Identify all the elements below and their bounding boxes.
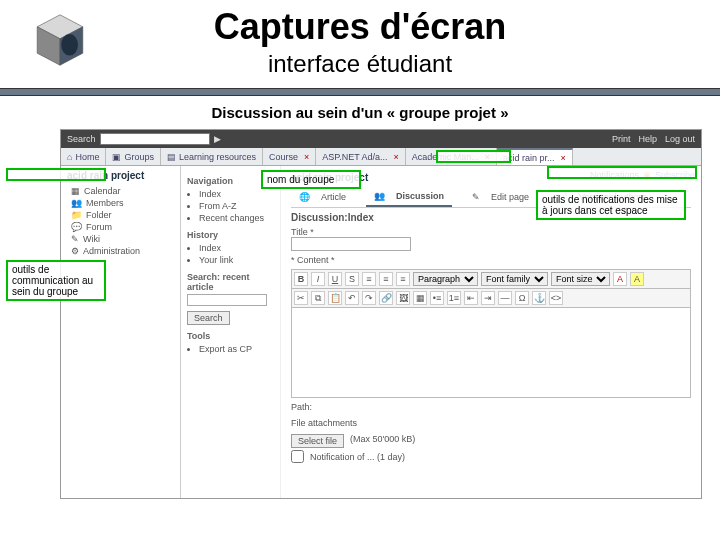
cut-button[interactable]: ✂: [294, 291, 308, 305]
strike-button[interactable]: S: [345, 272, 359, 286]
slide-caption: Discussion au sein d'un « groupe projet …: [0, 104, 720, 121]
nav-index[interactable]: Index: [199, 188, 274, 200]
sidebar-item-admin[interactable]: ⚙Administration: [71, 245, 174, 257]
rss-icon[interactable]: ◉: [643, 170, 651, 180]
subscribe-link[interactable]: Subscribe: [655, 170, 695, 180]
forum-icon: 💬: [71, 222, 82, 232]
home-icon: ⌂: [67, 152, 72, 162]
indent-button[interactable]: ⇥: [481, 291, 495, 305]
sidebar-item-members[interactable]: 👥Members: [71, 197, 174, 209]
notify-checkbox[interactable]: [291, 450, 304, 463]
fontfamily-select[interactable]: Font family: [481, 272, 548, 286]
textcolor-button[interactable]: A: [613, 272, 627, 286]
sidebar-item-forum[interactable]: 💬Forum: [71, 221, 174, 233]
sidebar-item-folder[interactable]: 📁Folder: [71, 209, 174, 221]
anchor-button[interactable]: ⚓: [532, 291, 546, 305]
outdent-button[interactable]: ⇤: [464, 291, 478, 305]
mode-article[interactable]: 🌐Article: [291, 187, 354, 207]
wiki-search-input[interactable]: [187, 294, 267, 306]
tab-home[interactable]: ⌂Home: [61, 148, 106, 165]
notifications-widget: Notifications ◉ Subscribe: [590, 170, 695, 180]
align-right-button[interactable]: ≡: [396, 272, 410, 286]
underline-button[interactable]: U: [328, 272, 342, 286]
num-list-button[interactable]: 1≡: [447, 291, 461, 305]
mode-edit[interactable]: ✎Edit page: [464, 187, 537, 207]
hist-yourlink[interactable]: Your link: [199, 254, 274, 266]
select-file-button[interactable]: Select file: [291, 434, 344, 448]
nav-recent[interactable]: Recent changes: [199, 212, 274, 224]
italic-button[interactable]: I: [311, 272, 325, 286]
mode-discussion[interactable]: 👥Discussion: [366, 187, 452, 207]
annotation-group-name: nom du groupe: [261, 170, 361, 189]
close-icon[interactable]: ×: [561, 153, 566, 163]
discussion-icon: 👥: [370, 189, 389, 203]
copy-button[interactable]: ⧉: [311, 291, 325, 305]
table-button[interactable]: ▦: [413, 291, 427, 305]
omega-button[interactable]: Ω: [515, 291, 529, 305]
slide-title: Captures d'écran: [0, 0, 720, 48]
redo-button[interactable]: ↷: [362, 291, 376, 305]
editor-toolbar-2: ✂ ⧉ 📋 ↶ ↷ 🔗 🖼 ▦ •≡ 1≡ ⇤ ⇥ — Ω ⚓ <>: [291, 289, 691, 308]
title-input[interactable]: [291, 237, 411, 251]
search-go-button[interactable]: ▶: [214, 134, 221, 144]
editor-textarea[interactable]: [291, 308, 691, 398]
tab-strip: ⌂Home ▣Groups ▤Learning resources Course…: [61, 148, 701, 166]
link-button[interactable]: 🔗: [379, 291, 393, 305]
bgcolor-button[interactable]: A: [630, 272, 644, 286]
tab-learning-resources[interactable]: ▤Learning resources: [161, 148, 263, 165]
tab-aspnet[interactable]: ASP.NET Ad/a...×: [316, 148, 405, 165]
hist-index[interactable]: Index: [199, 242, 274, 254]
close-icon[interactable]: ×: [304, 152, 309, 162]
image-button[interactable]: 🖼: [396, 291, 410, 305]
content-field-label: * Content *: [291, 255, 691, 265]
annotation-highlight-sidebar-title: [6, 168, 106, 181]
gear-icon: ⚙: [71, 246, 79, 256]
nav-az[interactable]: From A-Z: [199, 200, 274, 212]
sidebar: acid rain project ▦Calendar 👥Members 📁Fo…: [61, 166, 181, 498]
tools-export[interactable]: Export as CP: [199, 343, 274, 355]
tab-groups[interactable]: ▣Groups: [106, 148, 161, 165]
svg-point-3: [61, 34, 78, 56]
groups-icon: ▣: [112, 152, 121, 162]
topbar: Search ▶ Print Help Log out: [61, 130, 701, 148]
annotation-comm-tools: outils de communication au sein du group…: [6, 260, 106, 301]
align-center-button[interactable]: ≡: [379, 272, 393, 286]
folder-icon: 📁: [71, 210, 82, 220]
bullet-list-button[interactable]: •≡: [430, 291, 444, 305]
undo-button[interactable]: ↶: [345, 291, 359, 305]
html-button[interactable]: <>: [549, 291, 563, 305]
fontsize-select[interactable]: Font size: [551, 272, 610, 286]
search-label: Search: [67, 134, 96, 144]
slide-logo: [30, 10, 90, 70]
notif-label: Notifications: [590, 170, 639, 180]
tab-acid-rain[interactable]: acid rain pr...×: [497, 148, 573, 165]
globe-icon: 🌐: [295, 190, 314, 204]
edit-icon: ✎: [468, 190, 484, 204]
hr-button[interactable]: —: [498, 291, 512, 305]
bold-button[interactable]: B: [294, 272, 308, 286]
paste-button[interactable]: 📋: [328, 291, 342, 305]
help-link[interactable]: Help: [638, 134, 657, 144]
members-icon: 👥: [71, 198, 82, 208]
path-label: Path:: [291, 402, 691, 412]
tab-course[interactable]: Course×: [263, 148, 316, 165]
search-input[interactable]: [100, 133, 210, 145]
paragraph-select[interactable]: Paragraph: [413, 272, 478, 286]
attach-label: File attachments: [291, 418, 691, 428]
notify-label: Notification of ... (1 day): [310, 452, 405, 462]
history-heading: History: [187, 230, 274, 240]
editor-toolbar: B I U S ≡ ≡ ≡ Paragraph Font family Font…: [291, 269, 691, 289]
attachments-section: File attachments Select file (Max 50'000…: [291, 418, 691, 463]
calendar-icon: ▦: [71, 186, 80, 196]
print-link[interactable]: Print: [612, 134, 631, 144]
align-left-button[interactable]: ≡: [362, 272, 376, 286]
close-icon[interactable]: ×: [485, 152, 490, 162]
tab-academic[interactable]: Academic Man...×: [406, 148, 497, 165]
wiki-search-button[interactable]: Search: [187, 311, 230, 325]
divider-bar: [0, 88, 720, 96]
sidebar-item-calendar[interactable]: ▦Calendar: [71, 185, 174, 197]
close-icon[interactable]: ×: [394, 152, 399, 162]
logout-link[interactable]: Log out: [665, 134, 695, 144]
title-field-label: Title *: [291, 227, 314, 237]
sidebar-item-wiki[interactable]: ✎Wiki: [71, 233, 174, 245]
